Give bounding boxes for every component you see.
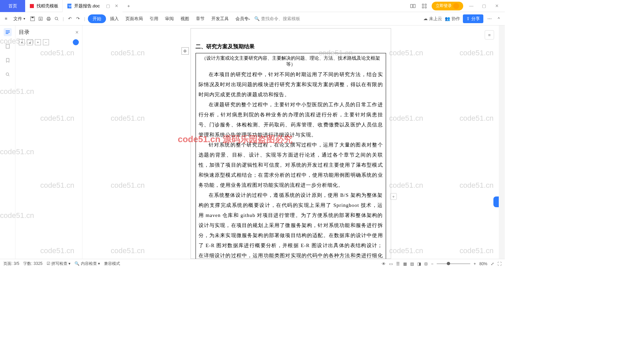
tab-home[interactable]: 首页	[0, 0, 25, 12]
outline-tab-icon[interactable]	[4, 28, 12, 36]
zoom-out-icon[interactable]: −	[431, 262, 433, 266]
maximize-button[interactable]: ▢	[479, 3, 489, 8]
svg-rect-3	[411, 4, 413, 8]
add-tab-button[interactable]: ＋	[122, 3, 135, 9]
fullscreen-icon[interactable]: ⛶	[497, 262, 501, 266]
outline-title: 目录	[19, 29, 30, 36]
doc-heading: 二、研究方案及预期结果	[196, 43, 386, 50]
bookmark-icon[interactable]	[4, 56, 12, 64]
template-icon	[29, 3, 35, 9]
save-icon[interactable]	[29, 15, 36, 22]
tab-document[interactable]: W 开题报告.doc ▢ ✕	[63, 0, 122, 12]
doc-subtitle: （设计方案或论文主要研究内容、主要解决的问题、理论、方法、技术路线及论文框架等）	[199, 55, 383, 67]
view-outline-icon[interactable]: ☰	[396, 262, 400, 266]
hamburger-icon[interactable]: ≡	[3, 15, 9, 22]
svg-rect-13	[48, 17, 50, 18]
apps-icon[interactable]	[420, 2, 428, 10]
statusbar: 页面: 3/5 字数: 3325 ☑ 拼写检查 ▾ 🔍 内容检查 ▾ 兼容模式 …	[0, 259, 505, 268]
svg-text:W: W	[68, 4, 72, 8]
minimize-button[interactable]: —	[467, 3, 476, 8]
menu-dev[interactable]: 开发工具	[209, 14, 231, 23]
cloud-button[interactable]: ☁未上云	[423, 16, 442, 22]
remove-level-icon[interactable]: −	[43, 39, 49, 45]
svg-rect-16	[6, 31, 10, 31]
share-icon: ⇪	[466, 16, 470, 21]
scrollbar[interactable]	[499, 25, 505, 259]
close-window-button[interactable]: ✕	[492, 3, 501, 8]
main: 目录 ✕ ▾ ▴ + − ✥ 二、研究方案及预期结果 （设计方案或论文主要研究内…	[0, 25, 505, 259]
collab-button[interactable]: 👥协作	[445, 16, 460, 22]
search-icon: 🔍	[254, 16, 260, 21]
status-compat[interactable]: 兼容模式	[104, 261, 120, 267]
tab-template[interactable]: 找稻壳模板	[25, 0, 63, 12]
view-split-icon[interactable]: ◨	[417, 262, 421, 266]
layout-icon[interactable]	[409, 2, 417, 10]
doc-box: （设计方案或论文主要研究内容、主要解决的问题、理论、方法、技术路线及论文框架等）…	[196, 53, 386, 259]
more-icon[interactable]: ⋯	[486, 15, 493, 22]
status-page[interactable]: 页面: 3/5	[3, 261, 19, 267]
status-words[interactable]: 字数: 3325	[23, 261, 42, 267]
search-input[interactable]: 🔍 查找命令、搜索模板	[254, 16, 300, 22]
outline-close-icon[interactable]: ✕	[75, 30, 79, 35]
float-tag-icon[interactable]	[493, 196, 499, 207]
expand-all-icon[interactable]: ▴	[27, 39, 33, 45]
menu-ref[interactable]: 引用	[147, 14, 161, 23]
menu-review[interactable]: 审阅	[162, 14, 176, 23]
zoom-level[interactable]: 80%	[479, 262, 487, 266]
tab-window-icon[interactable]: ▢	[106, 3, 110, 8]
svg-point-20	[6, 73, 9, 75]
move-handle-icon[interactable]: ✥	[181, 47, 189, 55]
menu-layout[interactable]: 页面布局	[123, 14, 146, 23]
svg-rect-8	[425, 7, 426, 8]
svg-rect-5	[422, 4, 424, 5]
view-web-icon[interactable]: ▦	[403, 262, 407, 266]
undo-icon[interactable]: ↶	[66, 15, 73, 22]
document-canvas[interactable]: ✥ 二、研究方案及预期结果 （设计方案或论文主要研究内容、主要解决的问题、理论、…	[83, 25, 499, 259]
export-icon[interactable]	[37, 15, 44, 22]
status-content-check[interactable]: 🔍 内容检查 ▾	[74, 261, 100, 267]
login-button[interactable]: 立即登录	[432, 2, 463, 10]
avatar-icon	[453, 3, 459, 9]
doc-paragraph: 在本项目的研究过程中，针对不同的时期运用了不同的研究方法，结合实际情况及时对出现…	[199, 69, 383, 100]
doc-paragraph: 在系统整体设计的过程中，遵循系统的设计原则，使用 B/S 架构为整体架构的支撑完…	[199, 190, 383, 259]
view-page-icon[interactable]: ▭	[389, 262, 393, 266]
svg-rect-10	[32, 17, 34, 18]
titlebar: 首页 找稻壳模板 W 开题报告.doc ▢ ✕ ＋ 立即登录 — ▢ ✕	[0, 0, 505, 12]
outline-panel: 目录 ✕ ▾ ▴ + −	[15, 25, 83, 259]
focus-mode-icon[interactable]: 👁	[382, 262, 386, 266]
preview-icon[interactable]	[53, 15, 60, 22]
outline-badge-icon[interactable]	[73, 39, 79, 45]
page: ✥ 二、研究方案及预期结果 （设计方案或论文主要研究内容、主要解决的问题、理论、…	[191, 28, 391, 259]
menu-member[interactable]: 会员专▸	[233, 14, 253, 23]
view-read-icon[interactable]: ▤	[410, 262, 414, 266]
zoom-slider[interactable]	[437, 263, 470, 264]
svg-rect-7	[422, 7, 424, 8]
status-spellcheck[interactable]: ☑ 拼写检查 ▾	[47, 261, 71, 267]
svg-point-15	[55, 17, 58, 20]
zoom-in-icon[interactable]: +	[474, 262, 476, 266]
doc-paragraph: 在课题研究的整个过程中，主要针对中小型医院的工作人员的日常工作进行分析，针对病患…	[199, 100, 383, 140]
add-level-icon[interactable]: +	[35, 39, 41, 45]
find-icon[interactable]	[4, 70, 12, 78]
left-sidebar	[0, 25, 15, 259]
redo-icon[interactable]: ↷	[74, 15, 81, 22]
menu-start[interactable]: 开始	[88, 14, 106, 23]
fit-page-icon[interactable]: ⤢	[491, 262, 494, 266]
word-icon: W	[67, 3, 72, 9]
ribbon: ≡ 文件▾ | ↶ ↷ | 开始 插入 页面布局 引用 审阅 视图 章节 开发工…	[0, 12, 505, 25]
print-icon[interactable]	[45, 15, 52, 22]
ruler-icon[interactable]: ⊟	[424, 262, 428, 266]
menu-view[interactable]: 视图	[178, 14, 192, 23]
menu-file[interactable]: 文件▾	[11, 14, 28, 23]
clipboard-icon[interactable]	[4, 42, 12, 50]
float-panel-icon[interactable]: ≡	[485, 30, 494, 40]
doc-paragraph: 针对系统的整个研究过程，在论文撰写过程中，运用了大量的图表对整个选题的背景、目标…	[199, 140, 383, 190]
collapse-all-icon[interactable]: ▾	[19, 39, 25, 45]
menu-insert[interactable]: 插入	[107, 14, 121, 23]
float-add-icon[interactable]: +	[390, 193, 397, 200]
menu-chapter[interactable]: 章节	[193, 14, 207, 23]
collapse-ribbon-icon[interactable]: ^	[495, 15, 502, 22]
tab-close-icon[interactable]: ✕	[115, 3, 118, 8]
svg-rect-18	[6, 33, 8, 34]
share-button[interactable]: ⇪分享	[463, 14, 483, 23]
